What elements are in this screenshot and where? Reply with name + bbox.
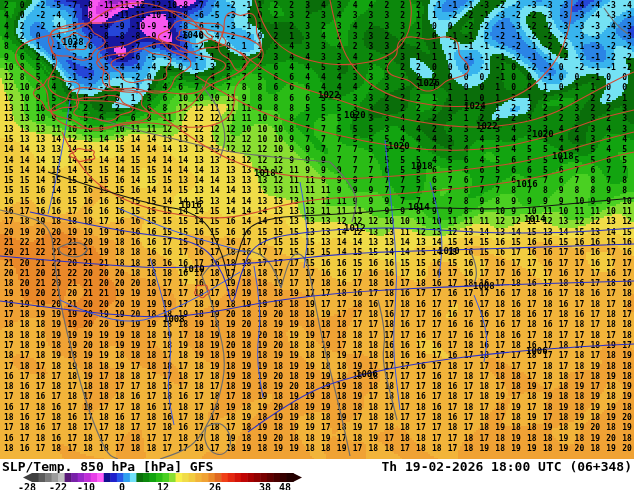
isobar-contour (0, 244, 634, 268)
isobar-contour (255, 0, 411, 65)
isobar-label: 1020 (532, 129, 554, 139)
isobar-contour (97, 43, 226, 94)
isobar-label: 1006 (356, 369, 378, 379)
color-scale-segment (260, 473, 267, 482)
isobar-label: 1022 (476, 121, 498, 131)
isobar-contour (74, 95, 133, 121)
color-scale-segment (273, 473, 280, 482)
color-scale-segment (65, 473, 72, 482)
color-scale-segment (71, 473, 78, 482)
color-scale-segment (136, 473, 143, 482)
color-scale-arrow-right (293, 473, 302, 482)
color-scale-segment (286, 473, 293, 482)
coastline (604, 8, 628, 34)
coastline (0, 210, 52, 238)
color-scale-segment (195, 473, 202, 482)
color-scale-segment (143, 473, 150, 482)
isobar-label: 1010 (438, 246, 460, 256)
color-scale-segment (104, 473, 111, 482)
color-scale-segment (189, 473, 196, 482)
river (254, 266, 263, 398)
river (150, 258, 174, 425)
color-scale-segment (117, 473, 124, 482)
color-scale-segment (228, 473, 235, 482)
isobar-contour (30, 212, 634, 301)
color-scale-segment (91, 473, 98, 482)
color-scale-segment (58, 473, 65, 482)
contour-overlay: 1038104010221020102610241022102010201018… (0, 0, 634, 459)
color-scale-segment (182, 473, 189, 482)
color-scale: -28-22-10012263848 (0, 472, 634, 490)
isobar-label: 1040 (182, 30, 204, 40)
color-scale-segment (78, 473, 85, 482)
isobar-label: 1008 (163, 314, 185, 324)
color-scale-tick: 26 (209, 482, 221, 490)
isobar-label: 1008 (473, 281, 495, 291)
isobar-label: 1012 (344, 223, 366, 233)
isobar-label: 1020 (344, 110, 366, 120)
color-scale-segment (254, 473, 261, 482)
color-scale-segment (241, 473, 248, 482)
color-scale-segment (156, 473, 163, 482)
color-scale-segment (32, 473, 39, 482)
isobar-contour (48, 172, 634, 280)
color-scale-segment (149, 473, 156, 482)
isobar-label: 1026 (418, 78, 440, 88)
color-scale-segment (130, 473, 137, 482)
isobar-label: 1010 (183, 264, 205, 274)
isobar-contour (240, 52, 634, 127)
map-area: 1038104010221020102610241022102010201018… (0, 0, 634, 459)
color-scale-segment (267, 473, 274, 482)
color-scale-segment (234, 473, 241, 482)
coastline (202, 251, 281, 288)
color-scale-tick: -10 (77, 482, 95, 490)
color-scale-segment (221, 473, 228, 482)
color-scale-segment (176, 473, 183, 482)
isobar-label: 1018 (552, 151, 574, 161)
legend-bar: SLP/Temp. 850 hPa [hPa] GFS Th 19-02-202… (0, 459, 634, 490)
isobar-label: 1006 (526, 346, 548, 356)
color-scale-tick: -28 (18, 482, 36, 490)
color-scale-tick: -22 (49, 482, 67, 490)
color-scale-segment (208, 473, 215, 482)
isobar-label: 1038 (62, 37, 84, 47)
color-scale-segment (110, 473, 117, 482)
coastline (58, 243, 87, 257)
isobar-label: 1022 (318, 90, 340, 100)
coastline (52, 238, 118, 459)
isobar-label: 1014 (408, 202, 430, 212)
color-scale-segment (202, 473, 209, 482)
color-scale-tick: 12 (157, 482, 169, 490)
color-scale-tick: 48 (279, 482, 291, 490)
color-scale-segment (169, 473, 176, 482)
river (60, 272, 240, 321)
coastline (281, 254, 350, 456)
color-scale-tick: 0 (119, 482, 125, 490)
isobar-label: 1018 (254, 168, 276, 178)
isobar-label: 1020 (388, 141, 410, 151)
river (474, 295, 487, 362)
isobar-label: 1014 (524, 214, 546, 224)
color-scale-segment (52, 473, 59, 482)
color-scale-segment (84, 473, 91, 482)
color-scale-segment (215, 473, 222, 482)
isobar-contour (62, 132, 634, 218)
isobar-label: 1016 (516, 179, 538, 189)
color-scale-segment (39, 473, 46, 482)
isobar-contour (330, 0, 572, 107)
color-scale-segment (163, 473, 170, 482)
color-scale-tick: 38 (259, 482, 271, 490)
color-scale-segment (247, 473, 254, 482)
color-scale-segment (280, 473, 287, 482)
coastline (205, 423, 231, 454)
isobar-label: 1024 (464, 101, 486, 111)
color-scale-segment (123, 473, 130, 482)
isobar-label: 1018 (411, 161, 433, 171)
color-scale-segment (45, 473, 52, 482)
isobar-label: 1016 (180, 200, 202, 210)
isobar-contour (196, 76, 634, 150)
color-scale-segment (97, 473, 104, 482)
weather-map-screenshot: 1038104010221020102610241022102010201018… (0, 0, 634, 490)
color-scale-arrow-left (23, 473, 32, 482)
isobar-contour (248, 344, 634, 432)
